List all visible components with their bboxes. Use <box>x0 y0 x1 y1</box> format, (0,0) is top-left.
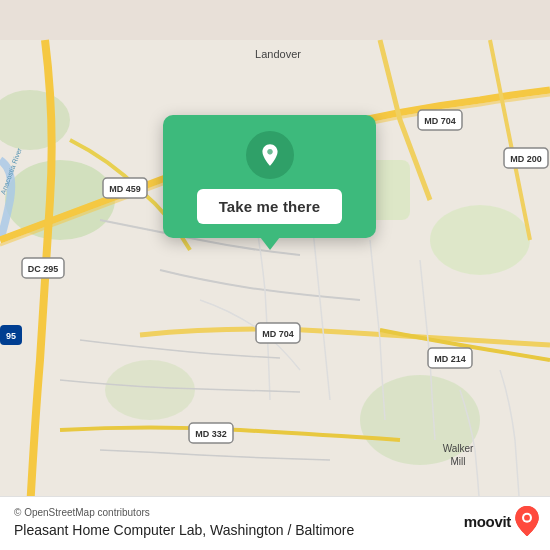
moovit-logo: moovit <box>464 506 540 536</box>
svg-text:95: 95 <box>6 331 16 341</box>
svg-text:Walker: Walker <box>443 443 474 454</box>
svg-point-31 <box>524 515 530 521</box>
svg-point-6 <box>105 360 195 420</box>
moovit-pin-icon <box>514 506 540 536</box>
take-me-there-button[interactable]: Take me there <box>197 189 343 224</box>
svg-text:MD 704: MD 704 <box>262 329 294 339</box>
location-pin-icon <box>246 131 294 179</box>
svg-text:Landover: Landover <box>255 48 301 60</box>
location-name: Pleasant Home Computer Lab, Washington /… <box>14 522 536 538</box>
svg-text:MD 704: MD 704 <box>424 116 456 126</box>
popup-card: Take me there <box>163 115 376 238</box>
svg-text:Mill: Mill <box>451 456 466 467</box>
svg-text:DC 295: DC 295 <box>28 264 59 274</box>
svg-text:MD 459: MD 459 <box>109 184 141 194</box>
map-container: Anacostia River US 50 <box>0 0 550 550</box>
svg-text:MD 332: MD 332 <box>195 429 227 439</box>
svg-text:MD 200: MD 200 <box>510 154 542 164</box>
svg-text:MD 214: MD 214 <box>434 354 466 364</box>
svg-point-29 <box>267 149 272 154</box>
svg-point-4 <box>430 205 530 275</box>
map-attribution: © OpenStreetMap contributors <box>14 507 536 518</box>
popup-arrow <box>260 237 280 250</box>
map-roads: Anacostia River US 50 <box>0 0 550 550</box>
moovit-brand-text: moovit <box>464 513 511 530</box>
